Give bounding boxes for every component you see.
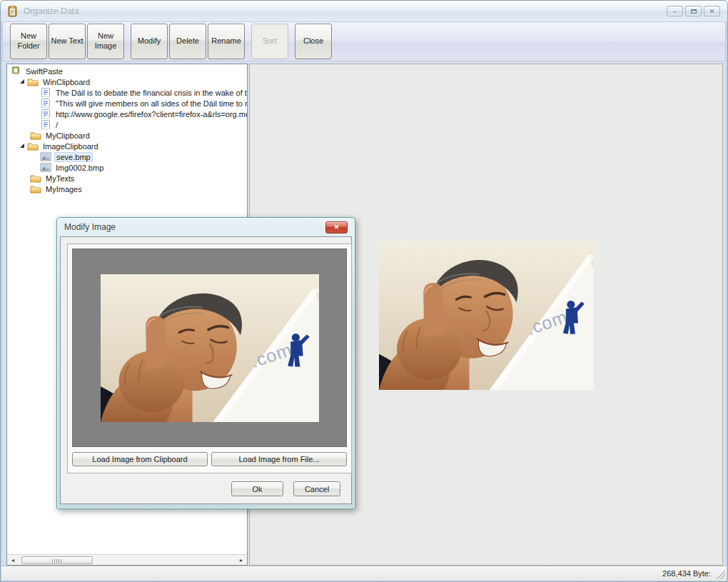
scrollbar-thumb[interactable] [21,556,93,564]
sort-button[interactable]: Sort [251,24,288,59]
folder-icon [27,77,39,86]
tree-item-mytexts[interactable]: MyTexts [7,173,247,184]
text-clip-icon [40,120,51,129]
load-from-clipboard-button[interactable]: Load Image from Clipboard [72,452,208,466]
rename-button[interactable]: Rename [208,24,245,59]
delete-button[interactable]: Delete [169,24,206,59]
text-clip-icon [40,88,51,97]
toolbar: New Folder New Text New Image Modify Del… [2,21,726,61]
folder-icon [30,131,41,140]
text-clip-icon [40,99,51,108]
new-text-button[interactable]: New Text [49,24,86,59]
minimize-button[interactable]: – [667,6,683,16]
close-icon: ✕ [334,224,340,231]
modify-button[interactable]: Modify [131,24,168,59]
image-preview-canvas [72,249,347,447]
dialog-body: Load Image from Clipboard Load Image fro… [60,236,352,504]
preview-image [101,274,319,422]
displayed-image [379,241,594,390]
maximize-button[interactable] [685,6,702,16]
status-size-text: 268,434 Byte: [662,569,711,578]
load-buttons-row: Load Image from Clipboard Load Image fro… [72,452,347,466]
tree-item-winclipboard[interactable]: WinClipboard [7,76,247,87]
window-title: Organize Data [24,6,79,16]
expander-icon[interactable] [20,79,24,84]
close-button[interactable]: ✕ [704,6,720,16]
scroll-left-icon[interactable]: ◄ [7,555,19,565]
app-root-icon [10,66,21,76]
close-icon: ✕ [709,7,715,16]
dialog-close-button[interactable]: ✕ [325,221,348,234]
app-window: Organize Data – ✕ New Folder New Text Ne… [0,0,728,582]
folder-icon [30,184,41,194]
new-image-button[interactable]: New Image [87,24,124,59]
tree-item-myclipboard[interactable]: MyClipboard [7,130,247,141]
status-bar: 268,434 Byte: [1,566,727,581]
tree-view: SwiftPaste WinClipboard The Dáil is to d… [7,64,247,194]
window-controls: – ✕ [667,6,722,16]
expander-icon[interactable] [20,144,24,148]
maximize-icon [691,9,697,14]
new-folder-button[interactable]: New Folder [10,24,47,59]
tree-item-text-3[interactable]: http://www.google.es/firefox?client=fire… [7,109,247,119]
tree-item-img0002-bmp[interactable]: Img0002.bmp [7,162,247,173]
dialog-title: Modify Image [64,222,116,232]
dialog-titlebar: Modify Image ✕ [60,218,352,236]
minimize-icon: – [673,7,677,16]
dialog-actions: Ok Cancel [231,481,340,496]
text-clip-icon [40,109,51,119]
tree-item-text-2[interactable]: "This will give members on all sides of … [7,98,247,109]
ok-button[interactable]: Ok [231,481,283,496]
resize-grip[interactable] [716,570,725,579]
tree-item-text-4[interactable]: / [7,119,247,130]
tree-item-seve-bmp[interactable]: seve.bmp [7,151,247,162]
titlebar: Organize Data – ✕ [1,1,727,21]
horizontal-scrollbar[interactable]: ◄ ► [7,554,247,565]
scroll-right-icon[interactable]: ► [236,555,247,565]
image-clip-icon [40,163,51,172]
cancel-button[interactable]: Cancel [293,481,340,496]
app-icon [6,5,19,17]
modify-image-dialog: Modify Image ✕ Load Image from Clipboard… [56,217,355,509]
image-groupbox: Load Image from Clipboard Load Image fro… [67,244,352,473]
image-clip-icon [40,152,51,161]
folder-icon [30,174,41,183]
load-from-file-button[interactable]: Load Image from File... [211,452,347,466]
tree-item-myimages[interactable]: MyImages [7,184,247,194]
tree-item-swiftpaste[interactable]: SwiftPaste [7,66,247,76]
close-toolbar-button[interactable]: Close [295,24,332,59]
tree-item-imageclipboard[interactable]: ImageClipboard [7,141,247,151]
tree-item-text-1[interactable]: The Dáil is to debate the financial cris… [7,87,247,98]
folder-icon [27,141,39,151]
